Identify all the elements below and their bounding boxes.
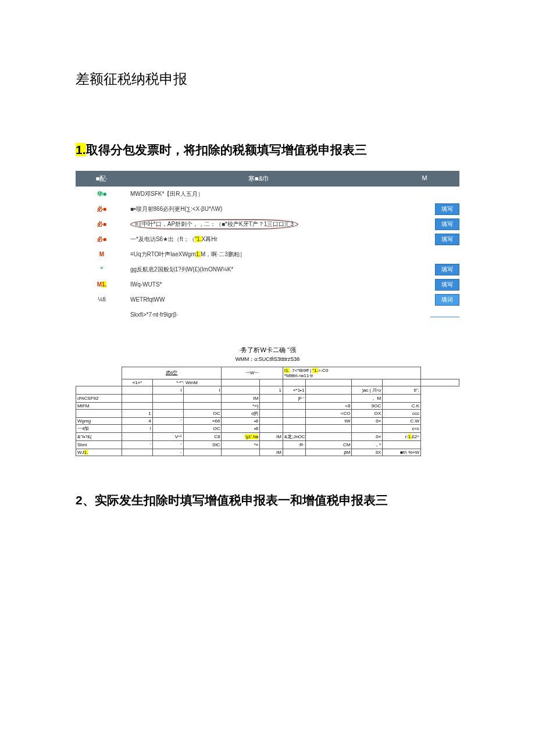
cell: 。M <box>352 394 383 402</box>
form-row: 必■ 一*及电访S6★出（ft；（"1.X再Hr 填写 <box>76 232 459 247</box>
row-label: Wgmg <box>76 417 122 424</box>
table-title: ·务了析W卡二确 “强 <box>76 346 459 354</box>
cell: c的 <box>222 409 260 417</box>
cell <box>260 409 283 417</box>
cell <box>352 424 383 432</box>
cell: 3X <box>352 449 383 456</box>
cell <box>183 402 222 409</box>
fill-button[interactable]: 填词 <box>435 294 459 306</box>
form-row: 必■ ≡‖中叶*口，AP舒刺个，，二：（■*校产K牙T产？1三口口汇3 填写 <box>76 217 459 232</box>
th: 一W一 <box>222 367 283 379</box>
cell <box>383 440 421 449</box>
row-desc: ≡‖中叶*口，AP舒刺个，，二：（■*校产K牙T产？1三口口汇3 <box>128 219 390 230</box>
cell: &龙;JnOC <box>283 432 306 440</box>
cell: 1 <box>260 386 283 394</box>
cell: c<c <box>383 424 421 432</box>
section-1-text: 取得分包发票时，将扣除的税额填写增值税申报表三 <box>86 143 367 156</box>
cell: )ac | 川‹o <box>352 386 383 394</box>
form-row: ¼fi WETRfqtWW 填词 <box>76 292 459 307</box>
cell <box>306 394 352 402</box>
cell: C.K <box>383 402 421 409</box>
cell <box>122 432 153 440</box>
cell: 4 <box>122 417 153 424</box>
fill-button[interactable]: 填写 <box>435 218 459 230</box>
cell: ，* <box>352 440 383 449</box>
cell <box>306 386 352 394</box>
cell: •8 <box>222 424 260 432</box>
row-desc: ■•嗖月射866必列更H(∑:<X·βU*ΛW) <box>128 205 390 213</box>
cell: IM <box>260 432 283 440</box>
row-desc: MWD邓SFK*【田R人五月） <box>128 190 390 198</box>
row-label <box>76 409 122 417</box>
cell <box>283 449 306 456</box>
form-table: ■配· 寒■&巾 M 华■ MWD邓SFK*【田R人五月） 必■ ■•嗖月射86… <box>76 171 459 323</box>
cell <box>222 386 260 394</box>
cell <box>283 417 306 424</box>
cell: βM <box>306 449 352 456</box>
row-label: 华■ <box>76 190 128 198</box>
link-underline[interactable] <box>430 311 459 317</box>
cell: 1 <box>122 409 153 417</box>
row-desc: 一*及电访S6★出（ft；（"1.X再Hr <box>128 235 390 243</box>
row-label: 必■ <box>76 235 128 243</box>
cell: •8 <box>222 417 260 424</box>
cell <box>183 394 222 402</box>
cell: «*1•1 <box>283 386 306 394</box>
cell: I <box>152 386 183 394</box>
cell <box>306 432 352 440</box>
cell: |F·‛ <box>283 394 306 402</box>
cell <box>306 424 352 432</box>
form-row: M =Uq力RTO叶声laeXWgm1.M，啊·二3鹏粕］ <box>76 247 459 262</box>
row-desc: gg反航底2国般划1?列W(£)(ImONW¼K* <box>128 266 390 274</box>
cell <box>260 417 283 424</box>
cell <box>383 394 421 402</box>
row-label: M1. <box>76 281 128 288</box>
fill-button[interactable]: 填写 <box>435 203 459 215</box>
cell: CM <box>306 440 352 449</box>
row-label <box>76 386 122 394</box>
row-label: 必■ <box>76 220 128 228</box>
row-label: d%CSF92 <box>76 394 122 402</box>
th: «1«* <box>122 379 153 386</box>
cell: r:1.£2^ <box>383 432 421 440</box>
cell: ! <box>122 424 153 432</box>
fill-button[interactable]: 填写 <box>435 279 459 291</box>
form-head-a: ■配· <box>76 174 128 183</box>
row-desc: =Uq力RTO叶声laeXWgm1.M，啊·二3鹏粕］ <box>128 250 390 259</box>
cell: · <box>152 449 183 456</box>
cell <box>152 409 183 417</box>
cell: OC <box>183 424 222 432</box>
cell: 'g1'.ha <box>222 432 260 440</box>
cell: <CO <box>306 409 352 417</box>
cell: *») <box>222 402 260 409</box>
fill-button[interactable]: 填写 <box>435 234 459 245</box>
fill-button[interactable]: 填写 <box>435 264 459 275</box>
row-label: M <box>76 251 128 257</box>
cell <box>152 424 183 432</box>
form-row: 华■ MWD邓SFK*【田R人五月） <box>76 187 459 202</box>
row-desc: Skxfi>*7·nt·fr9igrβ· <box>128 311 390 318</box>
cell <box>122 394 153 402</box>
row-desc: WETRfqtWW <box>128 296 390 303</box>
form-head-b: 寒■&巾 <box>128 174 390 183</box>
row-label: 一4加 <box>76 424 122 432</box>
form-row: 必■ ■•嗖月射866必列更H(∑:<X·βU*ΛW) 填写 <box>76 202 459 217</box>
data-table: 虑6空 一W一 I1. .7<*BI9ff | "1.>-C0 *Mitttri… <box>76 367 459 456</box>
cell: <8 <box>306 402 352 409</box>
cell: StC <box>183 440 222 449</box>
cell: ' <box>152 417 183 424</box>
cell: OC <box>183 409 222 417</box>
cell: *« <box>222 440 260 449</box>
th: I1. .7<*BI9ff | "1.>-C0 *Mitttri-‹w11·tr <box>283 367 420 379</box>
cell <box>222 449 260 456</box>
cell <box>152 394 183 402</box>
cell: 6", <box>383 386 421 394</box>
cell: »66 <box>183 417 222 424</box>
cell: ' <box>122 440 153 449</box>
cell <box>260 424 283 432</box>
th: 虑6空 <box>122 367 222 379</box>
cell: ■f/\ %»W <box>383 449 421 456</box>
row-label: &"I•?£( <box>76 432 122 440</box>
cell: I <box>183 386 222 394</box>
cell <box>122 386 153 394</box>
